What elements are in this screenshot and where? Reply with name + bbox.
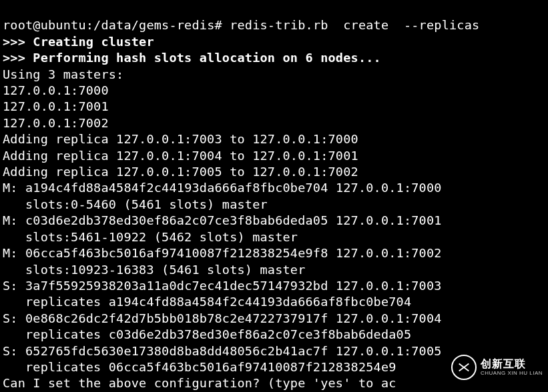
master-item: 127.0.0.1:7000 — [3, 83, 109, 97]
node-detail: slots:0-5460 (5461 slots) master — [3, 197, 268, 211]
status-performing: >>> Performing hash slots allocation on … — [3, 51, 381, 65]
node-line: M: 06cca5f463bc5016af97410087f212838254e… — [3, 246, 442, 260]
terminal-output[interactable]: root@ubuntu:/data/gems-redis# redis-trib… — [0, 0, 548, 392]
watermark-text-big: 创新互联 — [481, 359, 543, 369]
node-line: S: 3a7f55925938203a11a0dc7ec41dec5714793… — [3, 279, 442, 293]
node-detail: replicates 06cca5f463bc5016af97410087f21… — [3, 360, 396, 374]
watermark: 创新互联 CHUANG XIN HU LIAN — [451, 355, 543, 380]
using-masters: Using 3 masters: — [3, 67, 123, 81]
node-line: M: a194c4fd88a4584f2c44193da666af8fbc0be… — [3, 181, 442, 195]
watermark-text-small: CHUANG XIN HU LIAN — [481, 371, 543, 376]
prompt-line: root@ubuntu:/data/gems-redis# redis-trib… — [3, 18, 479, 32]
adding-replica: Adding replica 127.0.0.1:7004 to 127.0.0… — [3, 149, 358, 163]
node-line: S: 652765fdc5630e17380d8ba8dd48056c2b41a… — [3, 344, 442, 358]
node-detail: slots:10923-16383 (5461 slots) master — [3, 263, 306, 277]
master-item: 127.0.0.1:7002 — [3, 116, 109, 130]
adding-replica: Adding replica 127.0.0.1:7005 to 127.0.0… — [3, 165, 358, 179]
watermark-logo-icon — [451, 355, 477, 380]
node-detail: slots:5461-10922 (5462 slots) master — [3, 230, 298, 244]
node-line: M: c03d6e2db378ed30ef86a2c07ce3f8bab6ded… — [3, 213, 442, 227]
master-item: 127.0.0.1:7001 — [3, 99, 109, 113]
node-detail: replicates a194c4fd88a4584f2c44193da666a… — [3, 295, 411, 309]
confirm-prompt: Can I set the above configuration? (type… — [3, 376, 396, 390]
node-detail: replicates c03d6e2db378ed30ef86a2c07ce3f… — [3, 327, 411, 341]
node-line: S: 0e868c26dc2f42d7b5bb018b78c2e47227379… — [3, 311, 442, 325]
adding-replica: Adding replica 127.0.0.1:7003 to 127.0.0… — [3, 132, 358, 146]
status-creating: >>> Creating cluster — [3, 35, 154, 49]
